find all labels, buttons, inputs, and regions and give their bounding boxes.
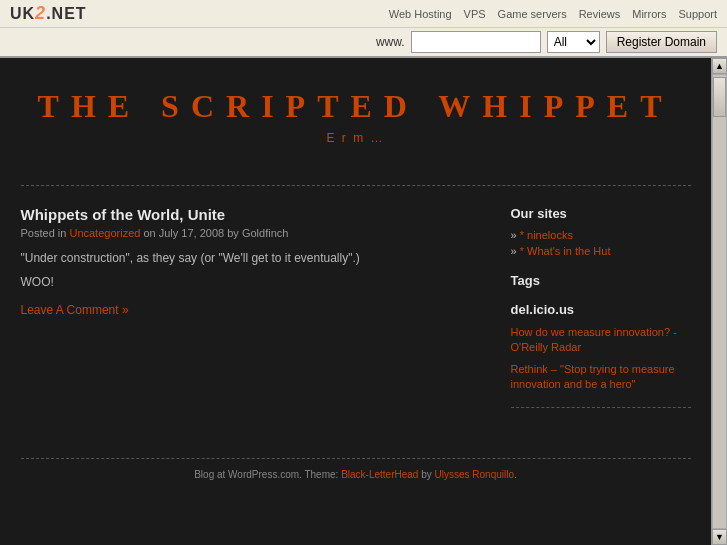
nav-web-hosting[interactable]: Web Hosting (389, 8, 452, 20)
theme-link[interactable]: Black-LetterHead (341, 469, 418, 480)
scroll-track (712, 74, 727, 529)
nav-vps[interactable]: VPS (464, 8, 486, 20)
blog-subtitle: E r m … (21, 131, 691, 145)
list-item: * ninelocks (511, 229, 691, 241)
ninelocks-link[interactable]: * ninelocks (520, 229, 573, 241)
footer-by: by (421, 469, 432, 480)
our-sites-title: Our sites (511, 206, 691, 221)
footer-text-prefix: Blog at WordPress.com. Theme: (194, 469, 338, 480)
author-link[interactable]: Ulysses Ronquillo (435, 469, 514, 480)
outer-wrapper: THE SCRIPTED WHIPPET E r m … Whippets of… (0, 58, 727, 545)
meta-middle: on July 17, 2008 by Goldfinch (143, 227, 288, 239)
meta-prefix: Posted in (21, 227, 67, 239)
scroll-thumb[interactable] (713, 77, 726, 117)
tld-select[interactable]: All .com .net .org (547, 31, 600, 53)
post-body: "Under construction", as they say (or "W… (21, 249, 491, 267)
blog-title: THE SCRIPTED WHIPPET (21, 88, 691, 125)
blog-header: THE SCRIPTED WHIPPET E r m … (21, 58, 691, 165)
delicious-link-1[interactable]: How do we measure innovation? - O'Reilly… (511, 326, 677, 353)
header-divider (21, 185, 691, 186)
content-area: Whippets of the World, Unite Posted in U… (21, 206, 691, 458)
main-content: THE SCRIPTED WHIPPET E r m … Whippets of… (0, 58, 711, 545)
tags-title: Tags (511, 273, 691, 288)
blog-wrapper: THE SCRIPTED WHIPPET E r m … Whippets of… (1, 58, 711, 496)
domain-bar: www. All .com .net .org Register Domain (0, 28, 727, 58)
leave-comment-link[interactable]: Leave A Comment » (21, 303, 129, 317)
footer-suffix: . (514, 469, 517, 480)
register-domain-button[interactable]: Register Domain (606, 31, 717, 53)
sidebar: Our sites * ninelocks * What's in the Hu… (511, 206, 691, 428)
whats-in-the-hut-link[interactable]: * What's in the Hut (520, 245, 611, 257)
nav-reviews[interactable]: Reviews (579, 8, 621, 20)
scroll-up-button[interactable]: ▲ (712, 58, 727, 74)
post: Whippets of the World, Unite Posted in U… (21, 206, 491, 317)
scroll-down-button[interactable]: ▼ (712, 529, 727, 545)
post-title: Whippets of the World, Unite (21, 206, 491, 223)
post-category[interactable]: Uncategorized (69, 227, 140, 239)
site-logo: UK2.NET (10, 3, 87, 24)
post-meta: Posted in Uncategorized on July 17, 2008… (21, 227, 491, 239)
nav-mirrors[interactable]: Mirrors (632, 8, 666, 20)
post-woof: WOO! (21, 275, 491, 289)
delicious-list: How do we measure innovation? - O'Reilly… (511, 325, 691, 393)
blog-footer: Blog at WordPress.com. Theme: Black-Lett… (21, 458, 691, 496)
our-sites-list: * ninelocks * What's in the Hut (511, 229, 691, 257)
nav-support[interactable]: Support (678, 8, 717, 20)
list-item: * What's in the Hut (511, 245, 691, 257)
nav-game-servers[interactable]: Game servers (498, 8, 567, 20)
list-item: How do we measure innovation? - O'Reilly… (511, 325, 691, 356)
sidebar-divider (511, 407, 691, 408)
post-comment-link: Leave A Comment » (21, 303, 491, 317)
posts-area: Whippets of the World, Unite Posted in U… (21, 206, 491, 428)
scrollbar: ▲ ▼ (711, 58, 727, 545)
nav-links: Web Hosting VPS Game servers Reviews Mir… (389, 8, 717, 20)
domain-input[interactable] (411, 31, 541, 53)
top-bar: UK2.NET Web Hosting VPS Game servers Rev… (0, 0, 727, 28)
www-label: www. (376, 35, 405, 49)
list-item: Rethink – "Stop trying to measure innova… (511, 362, 691, 393)
delicious-link-2[interactable]: Rethink – "Stop trying to measure innova… (511, 363, 675, 390)
delicious-title: del.icio.us (511, 302, 691, 317)
